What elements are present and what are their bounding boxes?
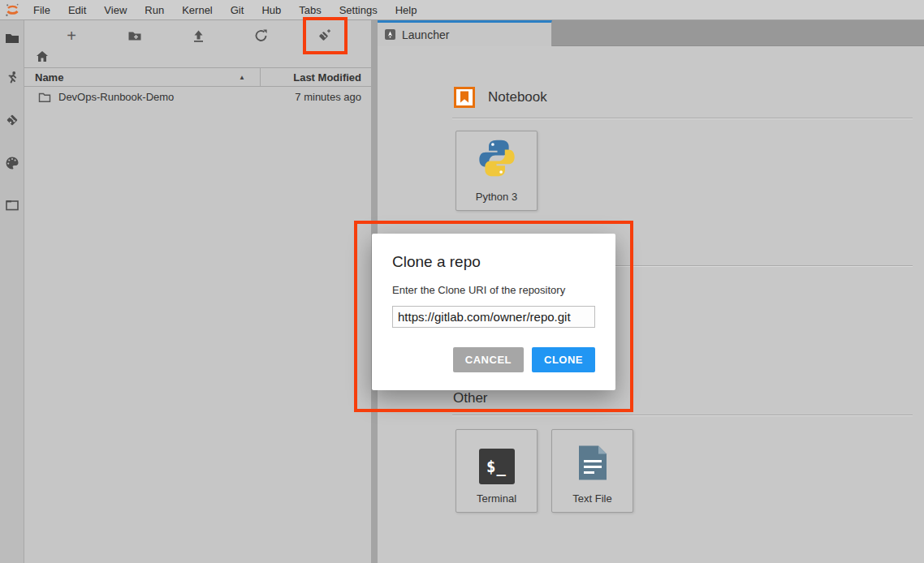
file-row[interactable]: DevOps-Runbook-Demo 7 minutes ago <box>24 87 371 108</box>
menu-tabs[interactable]: Tabs <box>290 4 330 16</box>
notebook-icon <box>454 87 475 111</box>
column-last-modified[interactable]: Last Modified <box>293 71 361 84</box>
folder-icon <box>38 91 51 105</box>
card-label-terminal: Terminal <box>477 492 516 505</box>
new-launcher-button[interactable]: + <box>62 26 81 45</box>
dialog-title: Clone a repo <box>392 253 481 271</box>
menu-help[interactable]: Help <box>386 4 426 16</box>
clone-repo-dialog: Clone a repo Enter the Clone URI of the … <box>372 234 615 390</box>
launcher-card-python3[interactable]: Python 3 <box>456 131 538 211</box>
file-list-header: Name ▲ Last Modified <box>24 67 371 87</box>
menu-run[interactable]: Run <box>136 4 173 16</box>
menu-git[interactable]: Git <box>222 4 253 16</box>
git-clone-button[interactable] <box>314 26 334 45</box>
card-label-python3: Python 3 <box>476 191 517 203</box>
file-name: DevOps-Runbook-Demo <box>58 91 174 103</box>
python-logo-icon <box>476 137 518 183</box>
column-name[interactable]: Name <box>35 71 63 84</box>
file-browser-icon[interactable] <box>5 31 19 45</box>
tab-launcher[interactable]: Launcher <box>378 20 552 46</box>
file-modified: 7 minutes ago <box>295 91 361 103</box>
section-divider <box>452 118 913 118</box>
cancel-button[interactable]: CANCEL <box>453 347 524 372</box>
section-heading-notebook: Notebook <box>488 89 547 105</box>
section-heading-other: Other <box>453 390 488 406</box>
new-folder-button[interactable] <box>125 26 145 45</box>
tab-launcher-label: Launcher <box>402 28 449 41</box>
launcher-icon <box>385 29 395 40</box>
clone-uri-input[interactable] <box>392 306 595 328</box>
refresh-icon <box>254 28 269 43</box>
menu-hub[interactable]: Hub <box>253 4 290 16</box>
git-icon[interactable] <box>5 113 19 127</box>
menu-edit[interactable]: Edit <box>59 4 95 16</box>
menu-kernel[interactable]: Kernel <box>173 4 222 16</box>
activity-bar <box>0 20 24 563</box>
dialog-message: Enter the Clone URI of the repository <box>392 284 565 296</box>
command-palette-icon[interactable] <box>5 156 19 170</box>
text-file-icon <box>576 445 609 484</box>
section-divider <box>452 415 913 415</box>
terminal-icon: $_ <box>479 449 515 484</box>
menu-settings[interactable]: Settings <box>330 4 386 16</box>
refresh-button[interactable] <box>252 26 271 45</box>
upload-icon <box>192 28 205 43</box>
open-tabs-icon[interactable] <box>5 198 19 213</box>
git-clone-icon <box>316 28 332 44</box>
dialog-buttons: CANCEL CLONE <box>453 347 595 372</box>
tab-bar: Launcher <box>378 20 924 46</box>
running-sessions-icon[interactable] <box>5 71 19 85</box>
breadcrumb-home-icon[interactable] <box>36 50 49 66</box>
sort-ascending-icon: ▲ <box>239 74 245 81</box>
new-folder-icon <box>127 28 142 43</box>
jupyter-logo-icon <box>0 2 24 18</box>
launcher-card-text-file[interactable]: Text File <box>551 429 633 513</box>
plus-icon: + <box>67 28 76 44</box>
card-label-text-file: Text File <box>572 492 611 505</box>
clone-button[interactable]: CLONE <box>532 347 595 372</box>
menu-file[interactable]: File <box>24 4 59 16</box>
upload-button[interactable] <box>188 26 208 45</box>
launcher-card-terminal[interactable]: $_ Terminal <box>456 429 538 513</box>
menu-view[interactable]: View <box>95 4 136 16</box>
file-browser-panel: + Name ▲ La <box>24 20 371 563</box>
column-divider <box>260 68 261 86</box>
menu-bar: File Edit View Run Kernel Git Hub Tabs S… <box>0 0 924 20</box>
